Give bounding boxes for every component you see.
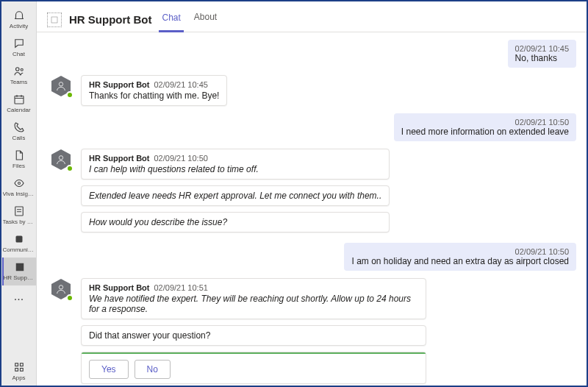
svg-rect-8: [20, 363, 23, 366]
rail-label: Files: [12, 163, 25, 169]
message-text: How would you describe the issue?: [89, 217, 381, 227]
bot-name: HR Support Bot: [89, 283, 149, 292]
bot-name: HR Support Bot: [89, 80, 149, 89]
timestamp: 02/09/21 10:45: [515, 44, 569, 53]
tasks-icon: [12, 205, 26, 218]
rail-viva[interactable]: Viva Insights: [2, 174, 36, 202]
rail-label: Chat: [12, 52, 25, 57]
rail-activity[interactable]: Activity: [2, 6, 36, 34]
chat-header: HR Support Bot Chat About: [37, 1, 587, 32]
user-message: 02/09/21 10:50 I am on holiday and need …: [81, 243, 576, 271]
conversation[interactable]: 02/09/21 10:45 No, thanks HR Support Bot…: [37, 32, 587, 386]
person-icon: [55, 154, 67, 166]
tab-about[interactable]: About: [191, 7, 220, 32]
rail-calendar[interactable]: Calendar: [2, 90, 36, 118]
bot-avatar-header-icon: [47, 13, 62, 27]
bot-avatar: [50, 149, 72, 171]
svg-rect-10: [20, 369, 23, 372]
timestamp: 02/09/21 10:51: [154, 283, 207, 292]
rail-label: Viva Insights: [3, 191, 35, 197]
rail-label: Apps: [12, 375, 25, 381]
bot-avatar: [50, 278, 72, 300]
insights-icon: [12, 177, 26, 190]
message-text: I need more information on extended leav…: [401, 127, 569, 137]
presence-badge: [66, 165, 74, 172]
timestamp: 02/09/21 10:50: [154, 154, 207, 163]
timestamp: 02/09/21 10:50: [401, 118, 569, 127]
rail-chat[interactable]: Chat: [2, 34, 36, 62]
message-text: We have notified the expert. They will b…: [89, 294, 418, 314]
presence-badge: [66, 91, 74, 99]
rail-teams[interactable]: Teams: [2, 62, 36, 90]
teams-icon: [12, 65, 26, 78]
phone-icon: [12, 121, 26, 134]
rail-hr-support[interactable]: HR Support...: [2, 258, 36, 285]
bot-message-group: HR Support Bot02/09/21 10:50 I can help …: [81, 149, 576, 235]
presence-badge: [66, 294, 74, 302]
svg-rect-2: [15, 96, 24, 104]
svg-rect-6: [15, 263, 24, 271]
tab-chat[interactable]: Chat: [159, 8, 183, 32]
svg-rect-4: [15, 207, 23, 216]
bot-app-icon: [13, 260, 26, 274]
no-button[interactable]: No: [135, 360, 171, 379]
user-message: 02/09/21 10:45 No, thanks: [81, 40, 576, 68]
svg-rect-5: [15, 236, 22, 243]
app-rail: Activity Chat Teams Calendar Calls Files…: [1, 1, 37, 386]
chat-icon: [12, 37, 26, 50]
message-text: Did that answer your question?: [89, 330, 418, 341]
rail-label: Calls: [12, 135, 26, 141]
rail-communities[interactable]: Communiti...: [2, 230, 36, 258]
rail-label: Tasks by Pl...: [3, 219, 35, 225]
message-text: I am on holiday and need an extra day as…: [351, 256, 569, 266]
timestamp: 02/09/21 10:45: [154, 80, 207, 89]
bot-name: HR Support Bot: [89, 154, 149, 163]
rail-more[interactable]: ...: [14, 285, 24, 308]
rail-apps[interactable]: Apps: [2, 358, 36, 386]
calendar-icon: [12, 93, 26, 106]
svg-point-1: [21, 68, 23, 71]
message-text: Extended leave needs HR expert approval.…: [89, 191, 381, 201]
rail-calls[interactable]: Calls: [2, 118, 36, 146]
rail-label: Activity: [10, 24, 28, 29]
rail-files[interactable]: Files: [2, 146, 36, 174]
yes-button[interactable]: Yes: [89, 360, 129, 379]
svg-rect-9: [15, 369, 18, 372]
person-icon: [55, 80, 67, 92]
bot-title: HR Support Bot: [69, 13, 151, 26]
svg-point-17: [59, 285, 62, 289]
rail-label: HR Support...: [4, 275, 36, 281]
rail-label: Calendar: [7, 107, 30, 113]
card-accent-bar: [82, 352, 426, 354]
rail-tasks[interactable]: Tasks by Pl...: [2, 202, 36, 230]
bot-message: HR Support Bot02/09/21 10:45 Thanks for …: [81, 75, 576, 106]
bot-avatar: [50, 75, 72, 97]
svg-point-13: [59, 82, 62, 86]
svg-point-3: [18, 182, 20, 185]
message-text: Thanks for chatting with me. Bye!: [89, 90, 219, 101]
main-pane: HR Support Bot Chat About 02/09/21 10:45…: [37, 1, 587, 386]
person-icon: [55, 283, 67, 295]
svg-point-0: [15, 68, 19, 71]
svg-point-15: [59, 156, 62, 160]
rail-label: Teams: [10, 79, 28, 85]
message-text: I can help with questions related to tim…: [89, 164, 381, 174]
bell-icon: [12, 9, 26, 22]
svg-rect-7: [15, 363, 18, 366]
svg-rect-11: [51, 17, 57, 23]
timestamp: 02/09/21 10:50: [351, 247, 569, 256]
teams-app: Activity Chat Teams Calendar Calls Files…: [0, 0, 588, 387]
communities-icon: [12, 232, 26, 246]
user-message: 02/09/21 10:50 I need more information o…: [81, 113, 576, 141]
answer-card: Yes No: [81, 352, 426, 384]
bot-message-group: HR Support Bot02/09/21 10:51 We have not…: [81, 278, 576, 386]
file-icon: [12, 149, 26, 162]
rail-label: Communiti...: [3, 247, 35, 253]
apps-icon: [12, 361, 26, 374]
message-text: No, thanks: [515, 53, 569, 63]
